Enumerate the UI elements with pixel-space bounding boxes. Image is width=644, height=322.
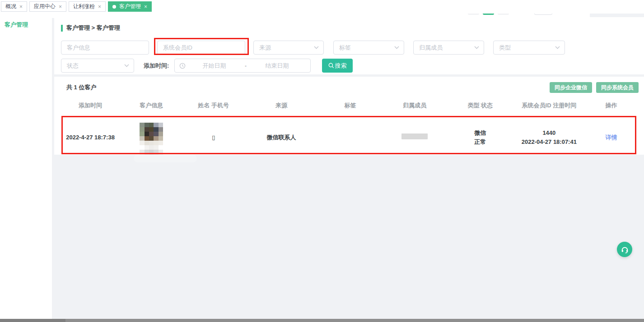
status-select-placeholder: 状态 (67, 62, 79, 70)
chevron-down-icon (124, 64, 129, 67)
source-select[interactable]: 来源 (253, 41, 324, 55)
breadcrumb-text: 客户管理 > 客户管理 (66, 24, 120, 32)
customer-info-field (61, 41, 149, 55)
sync-member-button[interactable]: 同步系统会员 (596, 82, 639, 93)
table-row: 2022-4-27 18:7:38 ▯ 微信联系人 微信 正常 1440 202… (61, 116, 637, 154)
chevron-down-icon (394, 46, 399, 49)
tab-label: 客户管理 (119, 3, 141, 10)
breadcrumb-accent-bar (61, 25, 63, 32)
cell-member-id-reg-time: 1440 2022-04-27 18:07:41 (513, 129, 585, 147)
col-header-actions: 操作 (585, 101, 637, 110)
tab-customer-management-active[interactable]: 客户管理 × (108, 1, 152, 12)
close-icon[interactable]: × (144, 4, 147, 9)
col-header-member-id-reg-time: 系统会员ID 注册时间 (513, 101, 585, 110)
owner-select-placeholder: 归属成员 (419, 44, 443, 52)
horizontal-scrollbar[interactable] (0, 319, 644, 322)
tab-label: 让利涨粉 (73, 3, 95, 10)
add-time-label: 添加时间: (144, 62, 169, 70)
date-range-picker[interactable]: 开始日期 - 结束日期 (174, 59, 311, 73)
close-icon[interactable]: × (19, 4, 23, 9)
type-select[interactable]: 类型 (493, 41, 565, 55)
sync-wecom-button[interactable]: 同步企业微信 (550, 82, 592, 93)
customer-count-text: 共 1 位客户 (66, 83, 96, 92)
col-header-type-status: 类型 状态 (448, 101, 513, 110)
sidebar: 客户管理 (0, 14, 52, 322)
member-id-field (157, 41, 245, 55)
table-toolbar: 共 1 位客户 同步企业微信 同步系统会员 (54, 82, 644, 93)
opened-tabs-bar: 概况 × 应用中心 × 让利涨粉 × 客户管理 × (0, 0, 644, 14)
search-button[interactable]: 搜索 (322, 59, 353, 73)
chevron-down-icon (314, 46, 319, 49)
end-date-placeholder[interactable]: 结束日期 (248, 62, 306, 70)
start-date-placeholder[interactable]: 开始日期 (186, 62, 243, 70)
tab-overview[interactable]: 概况 × (1, 1, 27, 12)
owner-select[interactable]: 归属成员 (413, 41, 484, 55)
headset-icon (621, 245, 629, 254)
col-header-owner: 归属成员 (382, 101, 448, 110)
cell-source: 微信联系人 (244, 133, 318, 142)
redacted-owner-name (401, 133, 428, 139)
tab-label: 概况 (5, 3, 16, 10)
cell-type: 微信 (448, 129, 513, 138)
search-button-label: 搜索 (335, 62, 347, 70)
sync-buttons-group: 同步企业微信 同步系统会员 (550, 82, 639, 93)
cell-owner (382, 133, 448, 142)
cell-customer-info (120, 116, 183, 159)
chevron-down-icon (555, 46, 560, 49)
support-fab-button[interactable] (617, 242, 632, 257)
tag-select[interactable]: 标签 (333, 41, 404, 55)
source-select-placeholder: 来源 (259, 44, 271, 52)
cell-actions: 详情 (585, 133, 637, 142)
breadcrumb: 客户管理 > 客户管理 (61, 24, 120, 32)
tab-rebate-fans[interactable]: 让利涨粉 × (69, 1, 106, 12)
tag-select-placeholder: 标签 (339, 44, 351, 52)
type-select-placeholder: 类型 (499, 44, 511, 52)
cell-type-status: 微信 正常 (448, 129, 513, 147)
search-icon (328, 63, 334, 69)
date-separator: - (243, 63, 248, 69)
sidebar-item-customer-management[interactable]: 客户管理 (0, 14, 52, 36)
tab-label: 应用中心 (34, 3, 56, 10)
cell-add-time: 2022-4-27 18:7:38 (61, 133, 120, 142)
col-header-customer-info: 客户信息 (120, 101, 183, 110)
status-select[interactable]: 状态 (61, 59, 134, 73)
blurred-tooltip (134, 155, 197, 162)
col-header-add-time: 添加时间 (61, 101, 120, 110)
col-header-name-phone: 姓名 手机号 (183, 101, 244, 110)
scrollbar-segment (0, 319, 65, 322)
member-id-input[interactable] (158, 41, 245, 54)
cell-member-id: 1440 (513, 129, 585, 138)
customer-info-input[interactable] (61, 41, 149, 54)
active-dot-icon (112, 5, 116, 9)
close-icon[interactable]: × (98, 4, 101, 9)
table-header-row: 添加时间 客户信息 姓名 手机号 来源 标签 归属成员 类型 状态 系统会员ID… (61, 101, 637, 110)
chevron-down-icon (474, 46, 479, 49)
cell-name-phone: ▯ (183, 133, 244, 142)
customer-table-panel: 共 1 位客户 同步企业微信 同步系统会员 添加时间 客户信息 姓名 手机号 来… (54, 77, 644, 155)
clock-icon (179, 63, 186, 69)
detail-link[interactable]: 详情 (605, 134, 617, 141)
col-header-tag: 标签 (318, 101, 382, 110)
cell-register-time: 2022-04-27 18:07:41 (513, 138, 585, 147)
cell-status: 正常 (448, 138, 513, 147)
tab-app-center[interactable]: 应用中心 × (29, 1, 66, 12)
avatar (140, 123, 163, 159)
customer-management-screen: 概况 × 应用中心 × 让利涨粉 × 客户管理 × 客户管理 客户管理 > 客户… (0, 0, 644, 322)
close-icon[interactable]: × (59, 4, 62, 9)
filter-panel: 客户管理 > 客户管理 来源 标签 归属成员 类型 状态 添 (54, 17, 644, 74)
col-header-source: 来源 (244, 101, 318, 110)
